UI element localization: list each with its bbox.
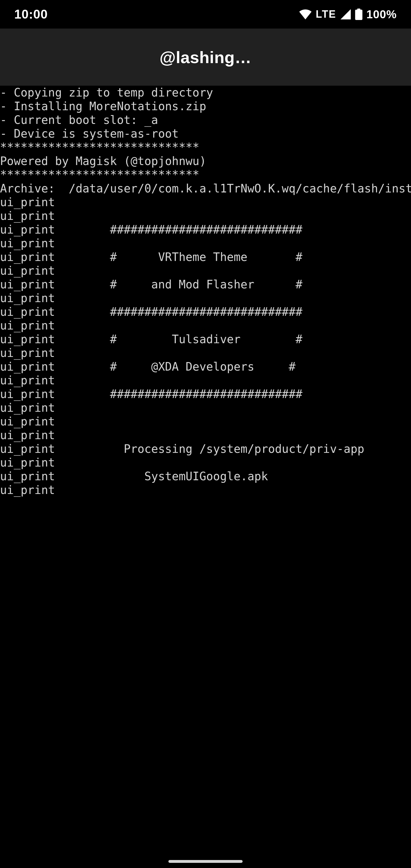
battery-percent-label: 100% xyxy=(367,8,397,21)
log-line: ui_print SystemUIGoogle.apk xyxy=(0,469,411,483)
log-line: ui_print xyxy=(0,456,411,469)
log-line: ui_print ############################ xyxy=(0,223,411,237)
log-line: ui_print xyxy=(0,346,411,360)
log-line: ui_print xyxy=(0,414,411,428)
log-line: ui_print xyxy=(0,291,411,305)
log-line: ui_print # Tulsadiver # xyxy=(0,332,411,346)
log-line: ui_print ############################ xyxy=(0,387,411,401)
log-line: ui_print # and Mod Flasher # xyxy=(0,278,411,291)
log-line: ui_print xyxy=(0,428,411,442)
log-line: - Installing MoreNotations.zip xyxy=(0,99,411,113)
log-line: Archive: /data/user/0/com.k.a.l1TrNwO.K.… xyxy=(0,182,411,195)
nav-gesture-handle[interactable] xyxy=(168,860,243,863)
network-type-label: LTE xyxy=(316,8,336,20)
log-line: ui_print xyxy=(0,237,411,250)
status-bar: 10:00 LTE 100% xyxy=(0,0,411,29)
log-line: ui_print xyxy=(0,264,411,278)
log-line: ui_print ############################ xyxy=(0,305,411,319)
log-line: ui_print xyxy=(0,319,411,332)
status-time: 10:00 xyxy=(14,7,48,22)
log-line: ui_print Processing /system/product/priv… xyxy=(0,442,411,456)
log-line: - Device is system-as-root xyxy=(0,127,411,141)
battery-icon xyxy=(355,8,362,20)
app-bar: @lashing… xyxy=(0,29,411,86)
terminal-log[interactable]: - Copying zip to temp directory- Install… xyxy=(0,86,411,497)
app-title: @lashing… xyxy=(160,48,251,67)
log-line: ***************************** xyxy=(0,141,411,154)
log-line: ui_print xyxy=(0,209,411,223)
log-line: ui_print # @XDA Developers # xyxy=(0,360,411,373)
log-line: ui_print xyxy=(0,401,411,414)
log-line: ***************************** xyxy=(0,168,411,182)
svg-rect-0 xyxy=(355,10,362,20)
svg-rect-1 xyxy=(357,8,360,10)
status-right: LTE 100% xyxy=(299,8,397,21)
log-line: - Current boot slot: _a xyxy=(0,113,411,127)
signal-icon xyxy=(340,9,351,20)
log-line: ui_print # VRTheme Theme # xyxy=(0,250,411,264)
log-line: ui_print xyxy=(0,373,411,387)
log-line: Powered by Magisk (@topjohnwu) xyxy=(0,154,411,168)
log-line: ui_print xyxy=(0,195,411,209)
log-line: - Copying zip to temp directory xyxy=(0,86,411,99)
log-line: ui_print xyxy=(0,483,411,497)
wifi-icon xyxy=(299,9,312,20)
